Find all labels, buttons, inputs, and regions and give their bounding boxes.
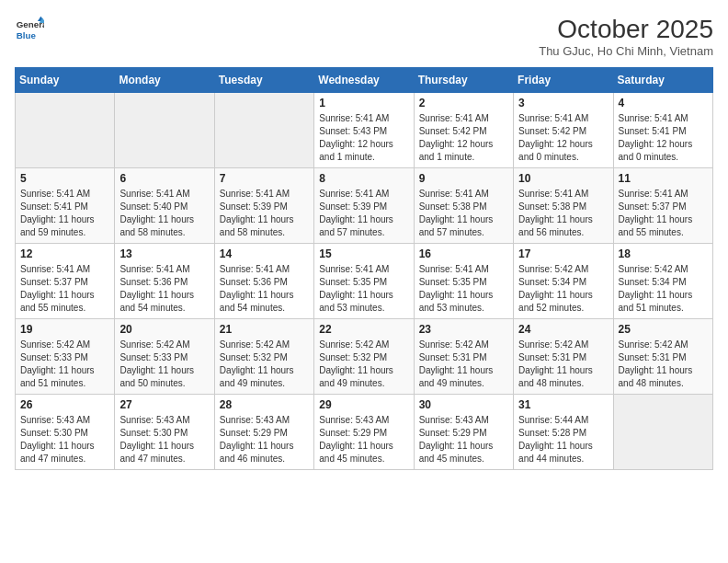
daylight-line: Daylight: 11 hours and 49 minutes.	[419, 364, 508, 390]
daylight-line: Daylight: 11 hours and 55 minutes.	[20, 289, 109, 315]
sunrise-line: Sunrise: 5:41 AM	[319, 112, 408, 125]
daylight-line: Daylight: 11 hours and 44 minutes.	[518, 440, 608, 465]
sunset-line: Sunset: 5:38 PM	[419, 201, 508, 213]
weekday-header-monday: Monday	[115, 68, 214, 93]
day-number: 11	[619, 172, 708, 185]
day-number: 16	[419, 247, 508, 260]
sunrise-line: Sunrise: 5:42 AM	[619, 263, 708, 276]
weekday-header-saturday: Saturday	[613, 68, 712, 93]
daylight-line: Daylight: 11 hours and 48 minutes.	[518, 364, 608, 390]
daylight-line: Daylight: 11 hours and 50 minutes.	[119, 364, 209, 390]
page-header: General Blue October 2025 Thu GJuc, Ho C…	[15, 15, 713, 58]
day-number: 24	[518, 323, 608, 336]
sunset-line: Sunset: 5:28 PM	[518, 427, 608, 440]
calendar-cell: 26Sunrise: 5:43 AMSunset: 5:30 PMDayligh…	[16, 395, 115, 470]
calendar-cell	[214, 93, 313, 168]
calendar-cell: 9Sunrise: 5:41 AMSunset: 5:38 PMDaylight…	[414, 168, 513, 244]
day-number: 2	[419, 97, 508, 109]
calendar-cell: 1Sunrise: 5:41 AMSunset: 5:43 PMDaylight…	[314, 93, 414, 168]
calendar-cell: 22Sunrise: 5:42 AMSunset: 5:32 PMDayligh…	[314, 319, 414, 395]
sunrise-line: Sunrise: 5:42 AM	[319, 339, 408, 351]
daylight-line: Daylight: 12 hours and 1 minute.	[419, 138, 508, 164]
sunrise-line: Sunrise: 5:42 AM	[518, 339, 608, 351]
sunrise-line: Sunrise: 5:41 AM	[619, 112, 708, 125]
calendar-cell: 23Sunrise: 5:42 AMSunset: 5:31 PMDayligh…	[414, 319, 513, 395]
sunset-line: Sunset: 5:41 PM	[619, 125, 708, 138]
calendar-cell: 30Sunrise: 5:43 AMSunset: 5:29 PMDayligh…	[414, 395, 513, 470]
weekday-header-sunday: Sunday	[16, 68, 115, 93]
svg-text:Blue: Blue	[17, 30, 37, 40]
day-number: 26	[20, 398, 109, 411]
day-number: 12	[20, 247, 109, 260]
sunset-line: Sunset: 5:34 PM	[518, 276, 608, 289]
calendar-cell: 4Sunrise: 5:41 AMSunset: 5:41 PMDaylight…	[613, 93, 712, 168]
sunset-line: Sunset: 5:36 PM	[220, 276, 309, 289]
sunrise-line: Sunrise: 5:41 AM	[319, 263, 408, 276]
calendar-cell: 13Sunrise: 5:41 AMSunset: 5:36 PMDayligh…	[115, 244, 214, 319]
sunset-line: Sunset: 5:30 PM	[119, 427, 209, 440]
calendar-cell: 12Sunrise: 5:41 AMSunset: 5:37 PMDayligh…	[16, 244, 115, 319]
sunset-line: Sunset: 5:31 PM	[619, 351, 708, 364]
calendar-cell: 18Sunrise: 5:42 AMSunset: 5:34 PMDayligh…	[613, 244, 712, 319]
title-block: October 2025 Thu GJuc, Ho Chi Minh, Viet…	[539, 15, 713, 58]
daylight-line: Daylight: 11 hours and 47 minutes.	[119, 440, 209, 465]
sunset-line: Sunset: 5:29 PM	[319, 427, 408, 440]
daylight-line: Daylight: 11 hours and 53 minutes.	[419, 289, 508, 315]
daylight-line: Daylight: 11 hours and 56 minutes.	[518, 213, 608, 239]
daylight-line: Daylight: 11 hours and 54 minutes.	[119, 289, 209, 315]
weekday-header-wednesday: Wednesday	[314, 68, 414, 93]
day-number: 27	[119, 398, 209, 411]
calendar-cell: 25Sunrise: 5:42 AMSunset: 5:31 PMDayligh…	[613, 319, 712, 395]
sunrise-line: Sunrise: 5:41 AM	[518, 188, 608, 201]
daylight-line: Daylight: 11 hours and 58 minutes.	[119, 213, 209, 239]
daylight-line: Daylight: 12 hours and 0 minutes.	[619, 138, 708, 164]
calendar-cell: 31Sunrise: 5:44 AMSunset: 5:28 PMDayligh…	[514, 395, 613, 470]
day-number: 25	[619, 323, 708, 336]
logo: General Blue	[15, 15, 44, 44]
calendar-cell: 19Sunrise: 5:42 AMSunset: 5:33 PMDayligh…	[16, 319, 115, 395]
sunset-line: Sunset: 5:39 PM	[319, 201, 408, 213]
day-number: 10	[518, 172, 608, 185]
day-number: 31	[518, 398, 608, 411]
sunrise-line: Sunrise: 5:41 AM	[518, 112, 608, 125]
sunrise-line: Sunrise: 5:41 AM	[419, 112, 508, 125]
daylight-line: Daylight: 11 hours and 57 minutes.	[419, 213, 508, 239]
sunset-line: Sunset: 5:35 PM	[319, 276, 408, 289]
sunrise-line: Sunrise: 5:42 AM	[220, 339, 309, 351]
calendar-cell: 21Sunrise: 5:42 AMSunset: 5:32 PMDayligh…	[214, 319, 313, 395]
calendar-cell: 27Sunrise: 5:43 AMSunset: 5:30 PMDayligh…	[115, 395, 214, 470]
sunset-line: Sunset: 5:40 PM	[119, 201, 209, 213]
sunset-line: Sunset: 5:29 PM	[220, 427, 309, 440]
day-number: 30	[419, 398, 508, 411]
sunrise-line: Sunrise: 5:42 AM	[518, 263, 608, 276]
calendar-cell	[613, 395, 712, 470]
sunset-line: Sunset: 5:33 PM	[20, 351, 109, 364]
daylight-line: Daylight: 11 hours and 53 minutes.	[319, 289, 408, 315]
calendar-cell: 6Sunrise: 5:41 AMSunset: 5:40 PMDaylight…	[115, 168, 214, 244]
day-number: 3	[518, 97, 608, 109]
calendar-cell: 28Sunrise: 5:43 AMSunset: 5:29 PMDayligh…	[214, 395, 313, 470]
sunrise-line: Sunrise: 5:43 AM	[119, 414, 209, 427]
daylight-line: Daylight: 11 hours and 48 minutes.	[619, 364, 708, 390]
weekday-header-thursday: Thursday	[414, 68, 513, 93]
day-number: 23	[419, 323, 508, 336]
calendar-cell: 16Sunrise: 5:41 AMSunset: 5:35 PMDayligh…	[414, 244, 513, 319]
calendar-week-5: 26Sunrise: 5:43 AMSunset: 5:30 PMDayligh…	[16, 395, 713, 470]
sunset-line: Sunset: 5:33 PM	[119, 351, 209, 364]
sunset-line: Sunset: 5:35 PM	[419, 276, 508, 289]
sunset-line: Sunset: 5:37 PM	[20, 276, 109, 289]
daylight-line: Daylight: 11 hours and 46 minutes.	[220, 440, 309, 465]
day-number: 9	[419, 172, 508, 185]
calendar-cell: 10Sunrise: 5:41 AMSunset: 5:38 PMDayligh…	[514, 168, 613, 244]
day-number: 15	[319, 247, 408, 260]
daylight-line: Daylight: 11 hours and 55 minutes.	[619, 213, 708, 239]
calendar-cell: 3Sunrise: 5:41 AMSunset: 5:42 PMDaylight…	[514, 93, 613, 168]
day-number: 19	[20, 323, 109, 336]
location: Thu GJuc, Ho Chi Minh, Vietnam	[539, 44, 713, 58]
sunset-line: Sunset: 5:42 PM	[518, 125, 608, 138]
sunset-line: Sunset: 5:32 PM	[319, 351, 408, 364]
calendar-week-3: 12Sunrise: 5:41 AMSunset: 5:37 PMDayligh…	[16, 244, 713, 319]
logo-icon: General Blue	[15, 15, 44, 44]
sunrise-line: Sunrise: 5:41 AM	[319, 188, 408, 201]
day-number: 18	[619, 247, 708, 260]
